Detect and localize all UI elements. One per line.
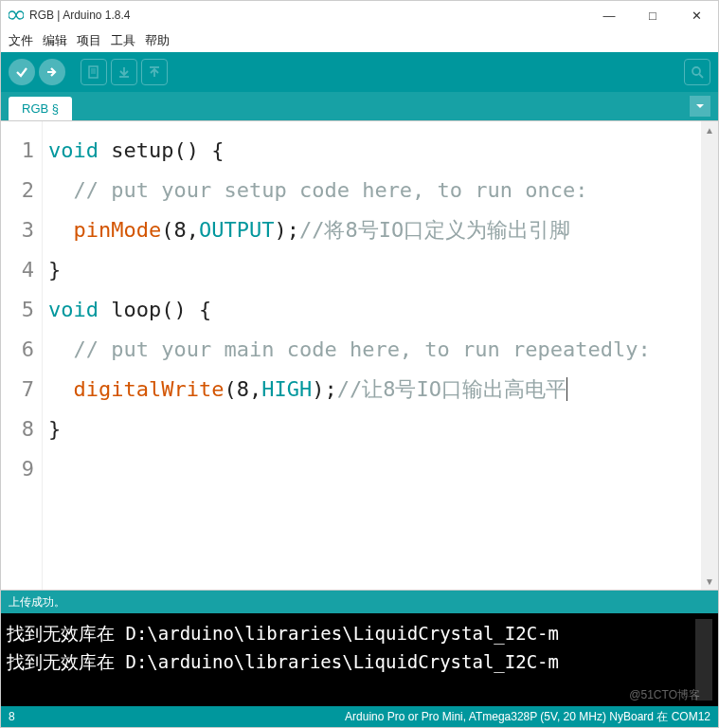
serial-monitor-button[interactable] (684, 59, 710, 85)
console-text: 找到无效库在 D:\arduino\libraries\LiquidCrysta… (7, 619, 695, 701)
scroll-down-icon[interactable]: ▼ (705, 573, 714, 590)
svg-rect-0 (89, 66, 98, 78)
status-line-number: 8 (9, 710, 37, 723)
editor-scrollbar[interactable]: ▲ ▼ (701, 121, 718, 590)
new-sketch-button[interactable] (81, 59, 107, 85)
menu-sketch[interactable]: 项目 (77, 32, 101, 49)
window-buttons: — □ ✕ (587, 1, 718, 29)
tab-rgb[interactable]: RGB § (9, 97, 72, 120)
console-output[interactable]: 找到无效库在 D:\arduino\libraries\LiquidCrysta… (1, 613, 718, 706)
title-bar: RGB | Arduino 1.8.4 — □ ✕ (1, 1, 718, 29)
menu-tools[interactable]: 工具 (111, 32, 135, 49)
status-board-info: Arduino Pro or Pro Mini, ATmega328P (5V,… (37, 709, 710, 725)
menu-file[interactable]: 文件 (9, 32, 33, 49)
minimize-button[interactable]: — (587, 1, 631, 29)
scroll-up-icon[interactable]: ▲ (705, 121, 714, 138)
tab-strip: RGB § (1, 92, 718, 120)
upload-button[interactable] (39, 59, 65, 85)
menu-bar: 文件 编辑 项目 工具 帮助 (1, 29, 718, 52)
status-bar: 8 Arduino Pro or Pro Mini, ATmega328P (5… (1, 706, 718, 727)
line-number-gutter: 123456789 (1, 121, 43, 590)
close-button[interactable]: ✕ (674, 1, 718, 29)
maximize-button[interactable]: □ (631, 1, 674, 29)
arduino-logo-icon (9, 8, 24, 23)
tab-menu-button[interactable] (690, 96, 710, 117)
svg-line-7 (699, 74, 703, 78)
status-message: 上传成功。 (1, 591, 718, 613)
toolbar (1, 52, 718, 92)
svg-point-6 (692, 67, 700, 75)
menu-help[interactable]: 帮助 (145, 32, 170, 49)
code-area[interactable]: void setup() { // put your setup code he… (43, 121, 701, 590)
verify-button[interactable] (9, 59, 35, 85)
watermark: @51CTO博客 (629, 687, 700, 703)
menu-edit[interactable]: 编辑 (43, 32, 67, 49)
window-title: RGB | Arduino 1.8.4 (29, 9, 587, 22)
open-sketch-button[interactable] (111, 59, 137, 85)
save-sketch-button[interactable] (141, 59, 168, 85)
code-editor[interactable]: 123456789 void setup() { // put your set… (1, 120, 718, 591)
